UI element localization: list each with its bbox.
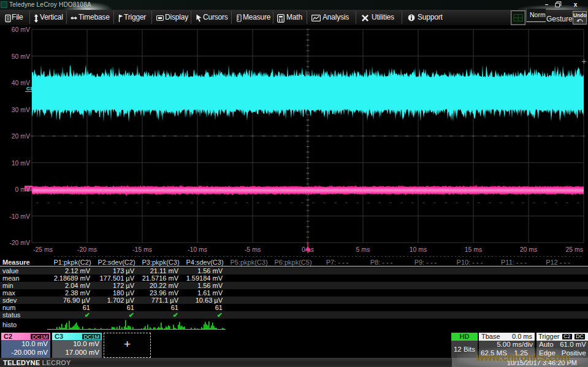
svg-text:40 mV: 40 mV xyxy=(12,79,30,86)
svg-text:-15 ms: -15 ms xyxy=(132,246,152,253)
svg-text:20 ms: 20 ms xyxy=(520,246,538,253)
svg-text:-10 mV: -10 mV xyxy=(9,213,30,220)
svg-text:5 ms: 5 ms xyxy=(356,246,370,253)
svg-text:25 ms: 25 ms xyxy=(565,246,583,253)
svg-text:10 mV: 10 mV xyxy=(12,159,30,167)
svg-text:15 ms: 15 ms xyxy=(465,246,483,253)
svg-text:-5 ms: -5 ms xyxy=(245,246,261,253)
svg-text:0 mV: 0 mV xyxy=(15,186,30,193)
svg-text:30 mV: 30 mV xyxy=(12,106,30,113)
svg-text:-20 ms: -20 ms xyxy=(77,246,97,253)
svg-text:60 mV: 60 mV xyxy=(12,26,30,33)
svg-text:20 mV: 20 mV xyxy=(12,132,30,140)
svg-text:10 ms: 10 ms xyxy=(410,246,427,253)
svg-text:50 mV: 50 mV xyxy=(12,53,30,60)
svg-text:-20 mV: -20 mV xyxy=(9,239,30,246)
svg-text:C3: C3 xyxy=(26,86,33,91)
svg-text:-25 ms: -25 ms xyxy=(33,246,53,253)
svg-text:-10 ms: -10 ms xyxy=(188,246,207,253)
